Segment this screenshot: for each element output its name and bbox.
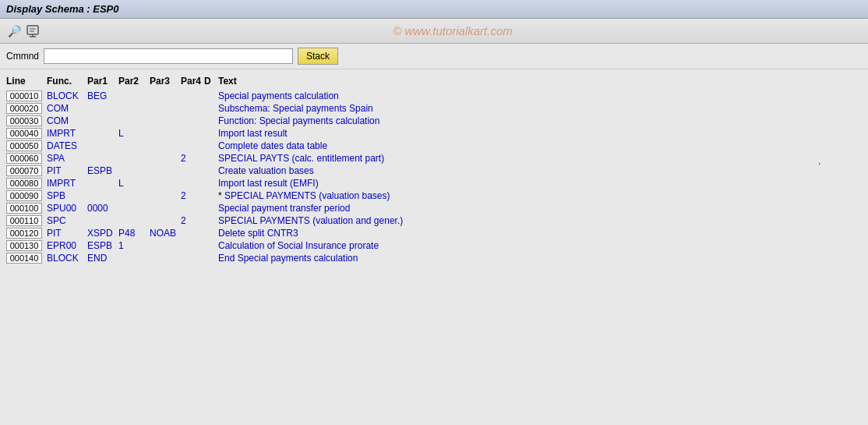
cell-text: SPECIAL PAYTS (calc. entitlement part) — [218, 153, 862, 164]
table-row[interactable]: 000040 IMPRT L Import last result — [6, 127, 862, 140]
table-row[interactable]: 000060 SPA 2 SPECIAL PAYTS (calc. entitl… — [6, 152, 862, 165]
line-box: 000080 — [6, 178, 42, 189]
col-header-par3: Par3 — [150, 76, 181, 87]
cell-text: Import last result — [218, 128, 862, 139]
svg-rect-0 — [27, 26, 38, 34]
cell-func: COM — [47, 103, 87, 114]
col-header-func: Func. — [47, 76, 87, 87]
title-text: Display Schema : ESP0 — [6, 3, 119, 15]
line-box: 000120 — [6, 228, 42, 239]
col-header-par4: Par4 — [181, 76, 204, 87]
cell-func: SPB — [47, 190, 87, 201]
table-row[interactable]: 000020 COM Subschema: Special payments S… — [6, 102, 862, 115]
command-bar: Cmmnd Stack — [0, 44, 868, 69]
cell-text: Subschema: Special payments Spain — [218, 103, 862, 114]
cell-text: SPECIAL PAYMENTS (valuation and gener.) — [218, 215, 862, 226]
table-row[interactable]: 000030 COM Function: Special payments ca… — [6, 115, 862, 127]
cell-text: Special payment transfer period — [218, 203, 862, 214]
cell-par1: ESPB — [87, 165, 118, 176]
cell-func: PIT — [47, 228, 87, 239]
cell-func: SPA — [47, 153, 87, 164]
title-bar: Display Schema : ESP0 — [0, 0, 868, 19]
cell-par2: L — [118, 178, 150, 189]
col-header-d: D — [204, 76, 218, 87]
table-row[interactable]: 000090 SPB 2 * SPECIAL PAYMENTS (valuati… — [6, 189, 862, 202]
table-body: 000010 BLOCK BEG Special payments calcul… — [6, 90, 862, 264]
cell-par1: ESPB — [87, 240, 118, 251]
command-label: Cmmnd — [6, 51, 39, 62]
line-box: 000140 — [6, 253, 42, 264]
command-input[interactable] — [44, 48, 293, 64]
line-box: 000110 — [6, 215, 42, 226]
cell-func: PIT — [47, 165, 87, 176]
cell-text: Delete split CNTR3 — [218, 228, 862, 239]
table-header: Line Func. Par1 Par2 Par3 Par4 D Text — [6, 74, 862, 88]
cell-text: * SPECIAL PAYMENTS (valuation bases) — [218, 190, 862, 201]
pin-icon[interactable] — [25, 23, 41, 39]
cell-line: 000060 — [6, 153, 47, 164]
cell-func: BLOCK — [47, 90, 87, 101]
cell-text: End Special payments calculation — [218, 253, 862, 264]
cell-par3: NOAB — [150, 228, 181, 239]
cell-func: IMPRT — [47, 128, 87, 139]
line-box: 000010 — [6, 90, 42, 101]
cell-func: IMPRT — [47, 178, 87, 189]
table-row[interactable]: 000070 PIT ESPB Create valuation bases — [6, 165, 862, 177]
cell-func: BLOCK — [47, 253, 87, 264]
cell-line: 000040 — [6, 128, 47, 139]
cell-line: 000050 — [6, 140, 47, 151]
cell-text: Function: Special payments calculation — [218, 115, 862, 126]
table-row[interactable]: 000140 BLOCK END End Special payments ca… — [6, 252, 862, 264]
cell-par1: END — [87, 253, 118, 264]
table-row[interactable]: 000080 IMPRT L Import last result (EMFI) — [6, 177, 862, 189]
stack-button[interactable]: Stack — [298, 48, 338, 65]
line-box: 000050 — [6, 140, 42, 151]
cell-line: 000030 — [6, 115, 47, 126]
cell-func: EPR00 — [47, 240, 87, 251]
glasses-icon[interactable]: 🔎 — [6, 23, 22, 39]
table-row[interactable]: 000050 DATES Complete dates data table — [6, 140, 862, 152]
cell-par2: P48 — [118, 228, 150, 239]
table-row[interactable]: 000120 PIT XSPD P48 NOAB Delete split CN… — [6, 227, 862, 239]
cell-line: 000080 — [6, 178, 47, 189]
cell-text: Complete dates data table — [218, 140, 862, 151]
cell-line: 000020 — [6, 103, 47, 114]
table-row[interactable]: 000100 SPU00 0000 Special payment transf… — [6, 202, 862, 214]
toolbar: 🔎 © www.tutorialkart.com — [0, 19, 868, 44]
line-box: 000070 — [6, 165, 42, 176]
table-row[interactable]: 000110 SPC 2 SPECIAL PAYMENTS (valuation… — [6, 214, 862, 227]
cell-par2: L — [118, 128, 150, 139]
cell-par2: 1 — [118, 240, 150, 251]
cell-par1: 0000 — [87, 203, 118, 214]
line-box: 000030 — [6, 115, 42, 126]
cell-par1: XSPD — [87, 228, 118, 239]
cell-line: 000090 — [6, 190, 47, 201]
table-row[interactable]: 000010 BLOCK BEG Special payments calcul… — [6, 90, 862, 102]
col-header-par2: Par2 — [118, 76, 150, 87]
line-box: 000040 — [6, 128, 42, 139]
line-box: 000090 — [6, 190, 42, 201]
col-header-text: Text — [218, 76, 862, 87]
cell-func: DATES — [47, 140, 87, 151]
cell-line: 000130 — [6, 240, 47, 251]
col-header-par1: Par1 — [87, 76, 118, 87]
cell-par1: BEG — [87, 90, 118, 101]
line-box: 000100 — [6, 203, 42, 214]
cell-line: 000010 — [6, 90, 47, 101]
cell-func: SPC — [47, 215, 87, 226]
table-row[interactable]: 000130 EPR00 ESPB 1 Calculation of Socia… — [6, 239, 862, 252]
cell-par4: 2 — [181, 190, 204, 201]
line-box: 000130 — [6, 240, 42, 251]
cell-line: 000070 — [6, 165, 47, 176]
cell-par4: 2 — [181, 215, 204, 226]
main-content: Line Func. Par1 Par2 Par3 Par4 D Text 00… — [0, 69, 868, 269]
cell-text: Special payments calculation — [218, 90, 862, 101]
cell-line: 000140 — [6, 253, 47, 264]
line-box: 000060 — [6, 153, 42, 164]
cell-line: 000100 — [6, 203, 47, 214]
watermark-text: © www.tutorialkart.com — [44, 24, 862, 37]
cell-line: 000110 — [6, 215, 47, 226]
line-box: 000020 — [6, 103, 42, 114]
cell-line: 000120 — [6, 228, 47, 239]
cell-text: Import last result (EMFI) — [218, 178, 862, 189]
